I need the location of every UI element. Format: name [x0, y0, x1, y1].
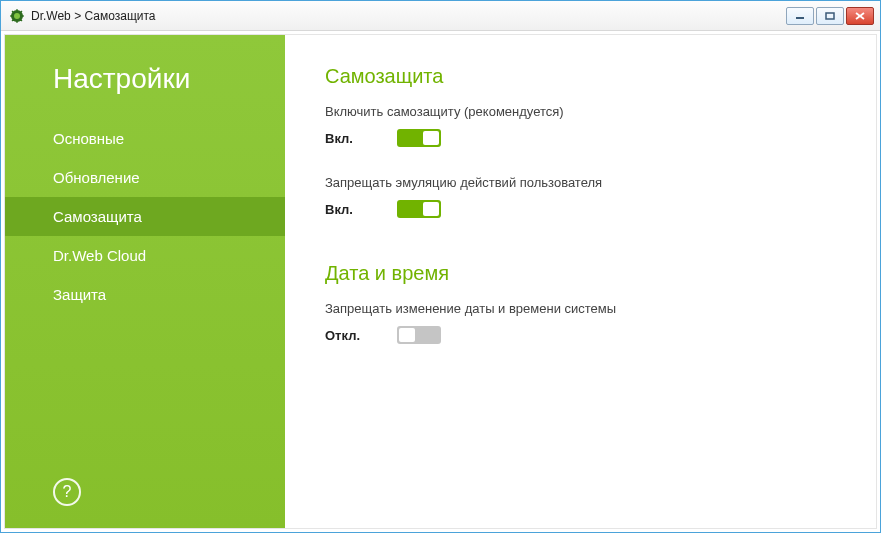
sidebar-item-label: Защита — [53, 286, 106, 303]
maximize-button[interactable] — [816, 7, 844, 25]
toggle-knob — [399, 328, 415, 342]
toggle-datetime-block[interactable] — [397, 326, 441, 344]
setting-desc: Запрещать изменение даты и времени систе… — [325, 301, 836, 316]
section-gap — [325, 246, 836, 262]
minimize-button[interactable] — [786, 7, 814, 25]
toggle-state-label: Вкл. — [325, 202, 369, 217]
toggle-emulation-block[interactable] — [397, 200, 441, 218]
svg-rect-11 — [826, 13, 834, 19]
window: Dr.Web > Самозащита Настройки Основные — [0, 0, 881, 533]
toggle-knob — [423, 202, 439, 216]
sidebar-item-selfprotection[interactable]: Самозащита — [5, 197, 285, 236]
close-button[interactable] — [846, 7, 874, 25]
inner-frame: Настройки Основные Обновление Самозащита… — [4, 34, 877, 529]
help-button[interactable]: ? — [53, 478, 81, 506]
setting-row: Откл. — [325, 326, 836, 344]
section-selfprotection: Самозащита Включить самозащиту (рекоменд… — [325, 65, 836, 218]
sidebar-item-main[interactable]: Основные — [5, 119, 285, 158]
window-body: Настройки Основные Обновление Самозащита… — [1, 31, 880, 532]
titlebar: Dr.Web > Самозащита — [1, 1, 880, 31]
toggle-knob — [423, 131, 439, 145]
setting-desc: Включить самозащиту (рекомендуется) — [325, 104, 836, 119]
section-title: Дата и время — [325, 262, 836, 285]
sidebar-footer: ? — [5, 478, 285, 528]
setting-desc: Запрещать эмуляцию действий пользователя — [325, 175, 836, 190]
help-icon: ? — [63, 483, 72, 501]
setting-row: Вкл. — [325, 200, 836, 218]
sidebar-item-label: Обновление — [53, 169, 140, 186]
sidebar-nav: Основные Обновление Самозащита Dr.Web Cl… — [5, 119, 285, 314]
section-title: Самозащита — [325, 65, 836, 88]
sidebar-item-label: Dr.Web Cloud — [53, 247, 146, 264]
app-icon — [9, 8, 25, 24]
sidebar-item-label: Самозащита — [53, 208, 142, 225]
sidebar: Настройки Основные Обновление Самозащита… — [5, 35, 285, 528]
svg-point-1 — [14, 13, 20, 19]
window-title: Dr.Web > Самозащита — [31, 9, 786, 23]
toggle-state-label: Откл. — [325, 328, 369, 343]
sidebar-item-update[interactable]: Обновление — [5, 158, 285, 197]
toggle-state-label: Вкл. — [325, 131, 369, 146]
section-datetime: Дата и время Запрещать изменение даты и … — [325, 262, 836, 344]
toggle-selfprotection[interactable] — [397, 129, 441, 147]
sidebar-item-label: Основные — [53, 130, 124, 147]
window-controls — [786, 7, 874, 25]
setting-row: Вкл. — [325, 129, 836, 147]
sidebar-item-protection[interactable]: Защита — [5, 275, 285, 314]
sidebar-title: Настройки — [5, 35, 285, 119]
content: Самозащита Включить самозащиту (рекоменд… — [285, 35, 876, 528]
sidebar-item-cloud[interactable]: Dr.Web Cloud — [5, 236, 285, 275]
